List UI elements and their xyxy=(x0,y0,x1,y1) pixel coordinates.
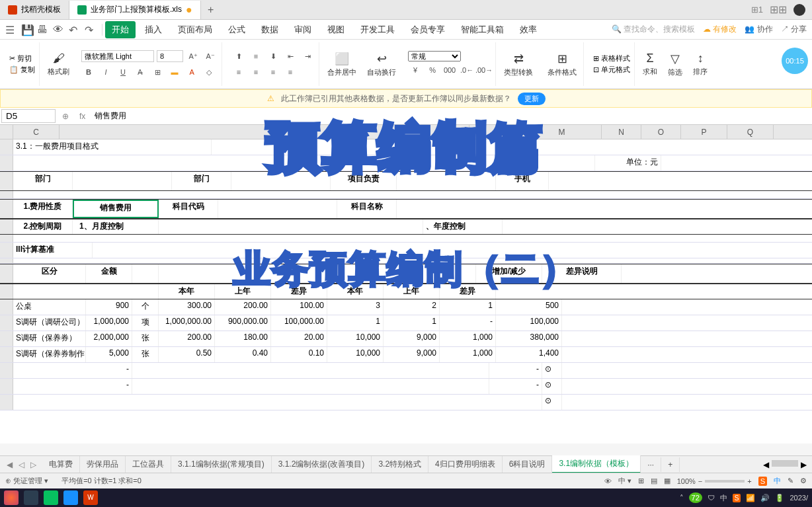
eye-icon[interactable]: 👁 xyxy=(604,477,612,485)
cell[interactable]: - xyxy=(13,363,132,378)
tray-chevron-icon[interactable]: ˄ xyxy=(680,494,684,502)
align-middle-icon[interactable]: ≡ xyxy=(249,49,263,63)
table-row[interactable]: S调研（保养券制作） 5,000 张 0.50 0.40 0.10 10,000… xyxy=(0,347,812,363)
sheet-tab[interactable]: 电算费 xyxy=(42,456,80,473)
menu-smart[interactable]: 智能工具箱 xyxy=(454,21,510,38)
decrease-font-icon[interactable]: A⁻ xyxy=(203,49,218,63)
copy-button[interactable]: 📋 复制 xyxy=(9,65,35,75)
cell[interactable]: 部门 xyxy=(172,172,231,190)
settings-icon[interactable]: ⚙ xyxy=(800,477,807,485)
decimal-inc-icon[interactable]: .0← xyxy=(460,63,474,77)
wrap-text-button[interactable]: ↩自动换行 xyxy=(364,50,399,79)
highlight-icon[interactable]: ◇ xyxy=(202,65,216,79)
sheet-tab[interactable]: 4归口费用明细表 xyxy=(428,456,503,473)
print-icon[interactable]: 🖶 xyxy=(37,24,49,36)
underline-icon[interactable]: U xyxy=(116,65,130,79)
sort-button[interactable]: ↕排序 xyxy=(690,50,710,78)
merge-center-button[interactable]: ⬜合并居中 xyxy=(325,50,359,79)
sogou-icon[interactable]: S xyxy=(758,477,767,486)
tray-sogou-icon[interactable]: S xyxy=(733,494,741,502)
view-page-icon[interactable]: ▤ xyxy=(651,477,657,485)
menu-insert[interactable]: 插入 xyxy=(138,21,169,38)
cell[interactable]: 、年度控制 xyxy=(423,219,503,234)
col-header[interactable]: O xyxy=(641,125,681,139)
ime-mode[interactable]: 中 xyxy=(774,476,781,486)
cell-reference-input[interactable] xyxy=(1,109,56,123)
tray-time[interactable]: 2023/ xyxy=(790,494,808,502)
fx-icon[interactable]: ⊕ xyxy=(57,112,74,121)
cell[interactable]: 单位：元 xyxy=(595,155,661,171)
tray-volume-icon[interactable]: 🔊 xyxy=(760,494,770,502)
cell[interactable]: 1.费用性质 xyxy=(13,200,73,218)
view-break-icon[interactable]: ▦ xyxy=(664,477,670,485)
cut-button[interactable]: ✂ 剪切 xyxy=(9,54,32,63)
app-icon[interactable] xyxy=(63,490,78,505)
new-tab-button[interactable]: + xyxy=(201,4,221,16)
window-layout-icon[interactable]: ⊞1 xyxy=(751,5,763,15)
menu-data[interactable]: 数据 xyxy=(255,21,285,38)
cell[interactable]: 1、月度控制 xyxy=(73,219,159,234)
menu-dev[interactable]: 开发工具 xyxy=(354,21,401,38)
share-button[interactable]: ↗ 分享 xyxy=(781,24,807,35)
font-name-select[interactable] xyxy=(81,50,154,62)
menu-formula[interactable]: 公式 xyxy=(222,21,252,38)
view-normal-icon[interactable]: ⊞ xyxy=(638,477,644,485)
col-header[interactable]: P xyxy=(681,125,727,139)
number-format-select[interactable]: 常规 xyxy=(408,51,461,61)
scrollbar-thumb[interactable] xyxy=(772,460,798,467)
avatar-icon[interactable] xyxy=(793,4,805,16)
update-button[interactable]: 更新 xyxy=(518,93,546,105)
cell[interactable]: - xyxy=(13,379,132,394)
print-preview-icon[interactable]: 👁 xyxy=(53,24,65,36)
tab-templates[interactable]: 找稻壳模板 xyxy=(0,1,69,19)
apps-icon[interactable]: ⊞⊞ xyxy=(770,3,787,16)
col-header[interactable]: Q xyxy=(727,125,774,139)
menu-hamburger-icon[interactable]: ☰ xyxy=(5,24,17,36)
align-left-icon[interactable]: ≡ xyxy=(231,65,246,79)
scrollbar-right-icon[interactable]: ▶ xyxy=(801,460,807,469)
tab-workbook[interactable]: 业务部门上报预算模板.xls ● xyxy=(69,1,201,19)
tray-wifi-icon[interactable]: 📶 xyxy=(746,494,755,502)
cell-style-button[interactable]: ⊡ 单元格式 xyxy=(593,65,630,75)
nav-next-icon[interactable]: ▷ xyxy=(28,460,38,469)
tray-badge[interactable]: 72 xyxy=(689,492,702,503)
cell[interactable]: 科目名称 xyxy=(337,200,397,218)
menu-start[interactable]: 开始 xyxy=(105,21,136,38)
cell[interactable]: III计算基准 xyxy=(13,243,93,258)
zoom-slider[interactable] xyxy=(705,480,745,483)
menu-view[interactable]: 视图 xyxy=(321,21,351,38)
wechat-icon[interactable] xyxy=(44,490,58,505)
decimal-dec-icon[interactable]: .00→ xyxy=(477,63,491,77)
sheet-tab-more[interactable]: ··· xyxy=(641,457,661,472)
sheet-tab-active[interactable]: 3.1编制依据（模板） xyxy=(552,455,641,473)
sum-button[interactable]: Σ求和 xyxy=(640,50,660,78)
fill-color-icon[interactable]: ▬ xyxy=(167,65,182,79)
fx-label[interactable]: fx xyxy=(74,112,91,121)
ime-status-icon[interactable]: 中 ▾ xyxy=(618,476,631,486)
redo-icon[interactable]: ↷ xyxy=(85,24,97,36)
currency-icon[interactable]: ¥ xyxy=(408,63,423,77)
cell[interactable]: 科目代码 xyxy=(159,200,218,218)
align-justify-icon[interactable]: ≡ xyxy=(283,65,298,79)
start-icon[interactable] xyxy=(4,490,19,505)
cell[interactable]: 2.控制周期 xyxy=(13,219,73,234)
strikethrough-icon[interactable]: A̶ xyxy=(133,65,147,79)
table-style-button[interactable]: ⊞ 表格样式 xyxy=(593,54,630,63)
filter-button[interactable]: ▽筛选 xyxy=(665,50,685,79)
credential-button[interactable]: ⊕ 凭证管理 ▾ xyxy=(5,476,48,486)
menu-layout[interactable]: 页面布局 xyxy=(171,21,219,38)
indent-right-icon[interactable]: ⇥ xyxy=(300,49,315,63)
tray-shield-icon[interactable]: 🛡 xyxy=(708,494,715,502)
search-input[interactable]: 🔍 查找命令、搜索模板 xyxy=(612,24,695,35)
align-right-icon[interactable]: ≡ xyxy=(266,65,280,79)
align-top-icon[interactable]: ⬆ xyxy=(231,49,246,63)
cell[interactable]: 本年 xyxy=(159,284,215,299)
cell[interactable]: 3.1：一般费用项目格式 xyxy=(13,139,212,155)
border-icon[interactable]: ⊞ xyxy=(150,65,165,79)
font-color-icon[interactable]: A xyxy=(184,65,199,79)
active-cell[interactable]: 销售费用 xyxy=(73,200,159,218)
sheet-tab[interactable]: 3.2特别格式 xyxy=(372,456,428,473)
cell[interactable]: 区分 xyxy=(13,264,86,283)
sheet-tab[interactable]: 6科目说明 xyxy=(503,456,553,473)
table-row[interactable]: S调研（调研公司） 1,000,000 项 1,000,000.00 900,0… xyxy=(0,315,812,331)
